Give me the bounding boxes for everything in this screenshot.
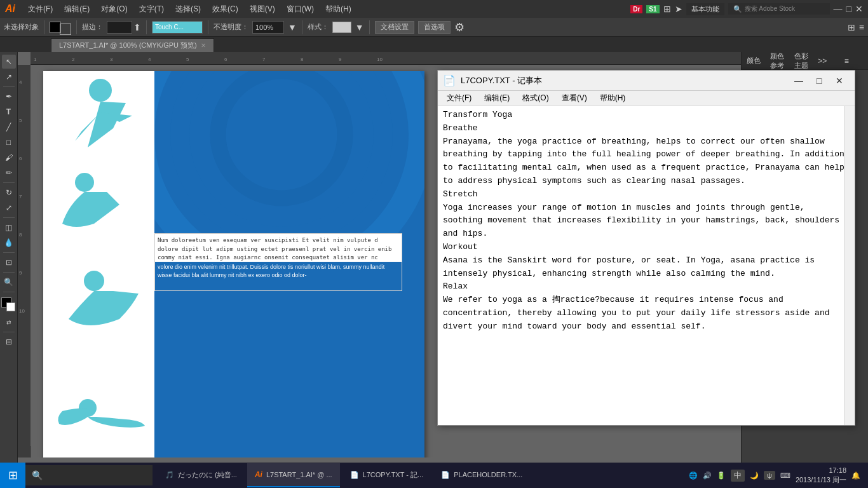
pen-tool[interactable]: ✒ xyxy=(2,90,16,104)
svg-point-20 xyxy=(75,173,94,192)
start-button[interactable]: ⊞ xyxy=(0,463,25,488)
pencil-tool[interactable]: ✏ xyxy=(2,166,16,180)
menu-bar: 文件(F) 编辑(E) 对象(O) 文字(T) 选择(S) 效果(C) 视图(V… xyxy=(23,3,630,16)
menu-text[interactable]: 文字(T) xyxy=(134,3,169,16)
direct-select-tool[interactable]: ↗ xyxy=(2,70,16,84)
clock-time: 17:18 xyxy=(796,466,846,475)
zoom-tool[interactable]: 🔍 xyxy=(2,275,16,289)
taskbar-app-music[interactable]: 🎵 だったのに (純音... xyxy=(158,463,245,487)
maximize-btn[interactable]: □ xyxy=(846,4,851,14)
keyboard-icon: ⌨ xyxy=(780,471,790,480)
stroke-swatch[interactable] xyxy=(6,302,15,311)
document-tab[interactable]: L7START_1.AI* @ 100% (CMYK/GPU 预览) ✕ xyxy=(51,38,214,52)
svg-text:7: 7 xyxy=(262,57,266,62)
doc-settings-btn[interactable]: 文档设置 xyxy=(375,21,414,34)
eyedropper-tool[interactable]: 💧 xyxy=(2,236,16,250)
style-dropdown-icon[interactable]: ▼ xyxy=(355,22,364,32)
ruler-horizontal: 1 2 3 4 5 6 7 8 9 10 xyxy=(31,52,741,65)
notepad-minimize-btn[interactable]: — xyxy=(789,71,809,90)
menu-window[interactable]: 窗口(W) xyxy=(281,3,319,16)
taskbar-search[interactable]: 🔍 xyxy=(25,465,153,485)
notepad-title: L7COPY.TXT - 记事本 xyxy=(461,75,783,86)
notepad-maximize-btn[interactable]: □ xyxy=(809,71,829,90)
ime-indicator[interactable]: 中 xyxy=(731,470,745,482)
artboard-tool[interactable]: ⊡ xyxy=(2,255,16,269)
taskbar-app-illustrator[interactable]: Ai L7START_1.AI* @ ... xyxy=(247,463,340,487)
tab-bar: L7START_1.AI* @ 100% (CMYK/GPU 预览) ✕ xyxy=(0,37,868,52)
menu-help[interactable]: 帮助(H) xyxy=(320,3,356,16)
line-tool[interactable]: ╱ xyxy=(2,120,16,134)
opacity-dropdown-icon[interactable]: ▼ xyxy=(288,22,297,32)
svg-text:5: 5 xyxy=(186,57,189,62)
stroke-weight-input[interactable] xyxy=(107,21,132,34)
stroke-weight-up[interactable]: ⬆ xyxy=(133,22,141,32)
opacity-input[interactable] xyxy=(252,21,284,34)
brush-preview[interactable]: Touch C... xyxy=(152,21,203,34)
style-preview[interactable] xyxy=(332,22,351,33)
plugin-icon-2[interactable]: S1 xyxy=(646,5,659,13)
swap-colors-btn[interactable]: ⇄ xyxy=(2,315,16,329)
stroke-label: 描边： xyxy=(82,22,103,32)
music-app-icon: 🎵 xyxy=(165,471,174,479)
toolbar-extra-btn[interactable]: ⚙ xyxy=(454,20,465,34)
menu-edit[interactable]: 编辑(E) xyxy=(59,3,95,16)
notepad2-label: PLACEHOLDER.TX... xyxy=(454,471,522,478)
artboard-text-box: Num doloreetum ven esequam ver suscipist… xyxy=(154,233,402,291)
scale-tool[interactable]: ⤢ xyxy=(2,201,16,215)
notepad-menu-format[interactable]: 格式(O) xyxy=(516,92,555,105)
notepad-menu-edit[interactable]: 编辑(E) xyxy=(478,92,516,105)
svg-text:3: 3 xyxy=(110,57,113,62)
svg-point-24 xyxy=(180,71,383,236)
rotate-tool[interactable]: ↻ xyxy=(2,186,16,200)
stroke-color-swatch[interactable] xyxy=(60,24,71,35)
notepad-title-bar: 📄 L7COPY.TXT - 记事本 — □ ✕ xyxy=(438,71,855,91)
rect-tool[interactable]: □ xyxy=(2,135,16,149)
notepad-close-btn[interactable]: ✕ xyxy=(829,71,850,90)
artboard-selected-text: volore dio enim velenim nit trillutpat. … xyxy=(155,262,402,290)
plugin-icon-1[interactable]: Dr xyxy=(630,5,642,13)
ime-indicator-2[interactable]: ψ xyxy=(764,471,775,480)
panel-toggle-1[interactable]: ⊞ xyxy=(848,22,855,32)
notepad-menu-view[interactable]: 查看(V) xyxy=(555,92,593,105)
menu-object[interactable]: 对象(O) xyxy=(96,3,132,16)
stroke-weight-control[interactable]: ⬆ xyxy=(107,21,141,34)
close-btn[interactable]: ✕ xyxy=(855,4,863,14)
minimize-btn[interactable]: — xyxy=(834,4,843,14)
taskbar-icon-network: 🌐 xyxy=(689,471,698,480)
notepad-menu-help[interactable]: 帮助(H) xyxy=(593,92,632,105)
ai-logo: Ai xyxy=(5,3,15,15)
panel-menu-btn[interactable]: ≡ xyxy=(844,57,863,65)
grid-icon[interactable]: ⊞ xyxy=(663,4,671,14)
ai-app-label: L7START_1.AI* @ ... xyxy=(266,471,332,478)
notification-icon[interactable]: 🔔 xyxy=(851,471,860,480)
notepad-scrollbar[interactable] xyxy=(844,106,855,425)
stock-search[interactable]: 🔍 搜索 Adobe Stock xyxy=(728,3,830,15)
svg-text:9: 9 xyxy=(339,57,342,62)
gradient-tool[interactable]: ◫ xyxy=(2,220,16,234)
moon-icon: 🌙 xyxy=(750,471,759,480)
taskbar: ⊞ 🔍 🎵 だったのに (純音... Ai L7START_1.AI* @ ..… xyxy=(0,463,868,488)
menu-view[interactable]: 视图(V) xyxy=(245,3,280,16)
select-tool[interactable]: ↖ xyxy=(2,55,16,69)
notepad-content: Transform Yoga Breathe Pranayama, the yo… xyxy=(438,106,855,425)
menu-select[interactable]: 选择(S) xyxy=(170,3,206,16)
paintbrush-tool[interactable]: 🖌 xyxy=(2,151,16,165)
menu-file[interactable]: 文件(F) xyxy=(23,3,58,16)
type-tool[interactable]: T xyxy=(2,105,16,119)
menu-effect[interactable]: 效果(C) xyxy=(207,3,243,16)
notepad-menu-bar: 文件(F) 编辑(E) 格式(O) 查看(V) 帮助(H) xyxy=(438,91,855,106)
svg-text:1: 1 xyxy=(34,57,37,62)
basic-function-btn[interactable]: 基本功能 xyxy=(686,3,724,15)
arrow-icon[interactable]: ➤ xyxy=(675,4,682,14)
taskbar-app-notepad1[interactable]: 📄 L7COPY.TXT - 記... xyxy=(342,463,431,487)
tab-close-btn[interactable]: ✕ xyxy=(201,42,206,49)
notepad-menu-file[interactable]: 文件(F) xyxy=(440,92,478,105)
taskbar-app-notepad2[interactable]: 📄 PLACEHOLDER.TX... xyxy=(433,463,530,487)
screen-mode-btn[interactable]: ⊟ xyxy=(2,335,16,349)
preferences-btn[interactable]: 首选项 xyxy=(418,21,451,34)
clock[interactable]: 17:18 2013/11/13 周一 xyxy=(796,466,846,485)
taskbar-right: 🌐 🔊 🔋 中 🌙 ψ ⌨ 17:18 2013/11/13 周一 🔔 xyxy=(681,466,868,485)
panel-toggle-2[interactable]: ≡ xyxy=(859,22,864,32)
panel-expand-btn[interactable]: >> xyxy=(818,57,836,65)
notepad-textarea[interactable]: Transform Yoga Breathe Pranayama, the yo… xyxy=(438,106,855,425)
